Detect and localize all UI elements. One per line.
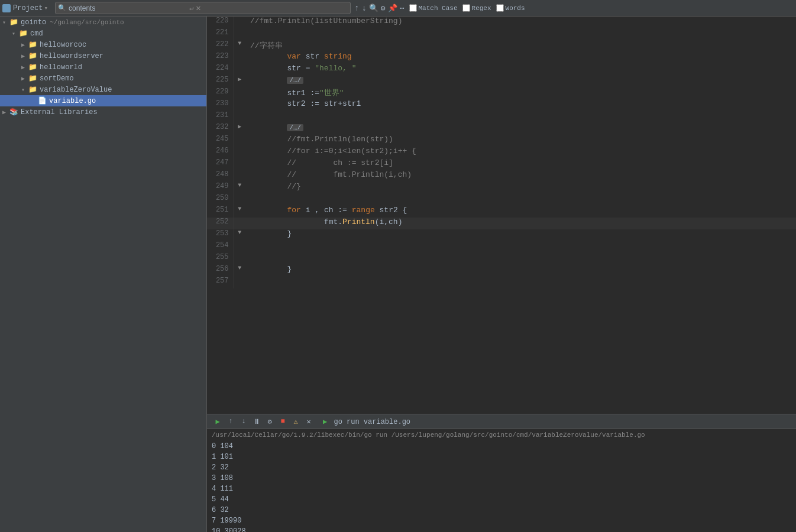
table-row: 220 //fmt.Println(listUtnumberString) <box>207 17 796 28</box>
code-line: //fmt.Println(len(str)) <box>245 135 796 147</box>
output-line: 5 44 <box>212 494 791 505</box>
arrow-icon: ▶ <box>2 109 9 116</box>
gutter <box>234 253 245 265</box>
table-row: 229 str1 :="世界" <box>207 87 796 99</box>
gutter-fold[interactable]: ▼ <box>234 229 245 241</box>
gutter <box>234 28 245 40</box>
run-output[interactable]: /usr/local/Cellar/go/1.9.2/libexec/bin/g… <box>207 429 796 532</box>
main-area: ▾ 📁 gointo ~/golang/src/gointo ▾ 📁 cmd ▶… <box>0 17 796 532</box>
scroll-up-button[interactable]: ↑ <box>225 416 237 427</box>
words-option[interactable]: Words <box>496 4 525 12</box>
line-number: 257 <box>207 277 234 288</box>
sidebar-item-label: helloworcoc <box>40 41 86 49</box>
table-row: 255 <box>207 253 796 265</box>
warning-button[interactable]: ⚠ <box>290 416 302 427</box>
search-nav-icons: ↑ ↓ 🔍 ⚙ 📌 ⋯ <box>354 4 404 13</box>
line-number: 223 <box>207 52 234 64</box>
folder-icon: 📁 <box>28 40 37 49</box>
sidebar-item-gointo[interactable]: ▾ 📁 gointo ~/golang/src/gointo <box>0 17 206 28</box>
code-line <box>245 111 796 123</box>
stop-button[interactable]: ■ <box>277 416 289 427</box>
words-checkbox[interactable] <box>496 4 504 12</box>
code-line: } <box>245 265 796 277</box>
search-enter-icon[interactable]: ↵ <box>189 4 193 12</box>
gutter <box>234 87 245 99</box>
gutter <box>234 64 245 76</box>
regex-label: Regex <box>472 5 491 12</box>
gutter <box>234 277 245 288</box>
sidebar-item-helloworld[interactable]: ▶ 📁 helloworld <box>0 61 206 73</box>
gutter-fold[interactable]: ▶ <box>234 123 245 135</box>
sidebar-item-external-libraries[interactable]: ▶ 📚 External Libraries <box>0 106 206 118</box>
code-line: str1 :="世界" <box>245 87 796 99</box>
regex-option[interactable]: Regex <box>462 4 491 12</box>
next-result-icon[interactable]: ↓ <box>361 4 366 13</box>
code-view[interactable]: 220 //fmt.Println(listUtnumberString) 22… <box>207 17 796 414</box>
search-options: Match Case Regex Words <box>409 4 525 12</box>
gutter-fold[interactable]: ▼ <box>234 206 245 218</box>
sidebar-item-cmd[interactable]: ▾ 📁 cmd <box>0 28 206 39</box>
line-number: 251 <box>207 206 234 218</box>
settings-button[interactable]: ⚙ <box>264 416 276 427</box>
gutter-fold[interactable]: ▼ <box>234 40 245 52</box>
table-row: 257 <box>207 277 796 288</box>
table-row: 247 // ch := str2[i] <box>207 158 796 170</box>
match-case-checkbox[interactable] <box>409 4 417 12</box>
run-button[interactable]: ▶ <box>212 416 224 427</box>
line-number: 255 <box>207 253 234 265</box>
project-dropdown[interactable]: ▾ <box>44 4 48 12</box>
scroll-down-button[interactable]: ↓ <box>238 416 250 427</box>
code-line: fmt.Println(i,ch) <box>245 218 796 229</box>
line-number: 254 <box>207 241 234 253</box>
line-number: 224 <box>207 64 234 76</box>
table-row: 222 ▼ //字符串 <box>207 40 796 52</box>
table-row: 223 var str string <box>207 52 796 64</box>
close-button[interactable]: ✕ <box>303 416 315 427</box>
sidebar-item-label: hellowordserver <box>40 52 103 60</box>
code-line: //fmt.Println(listUtnumberString) <box>245 17 796 28</box>
folder-icon: 📁 <box>28 74 37 83</box>
search-input[interactable] <box>69 4 187 12</box>
pause-button[interactable]: ⏸ <box>251 416 263 427</box>
search-more-icon[interactable]: ⋯ <box>400 4 405 13</box>
line-number: 252 <box>207 218 234 229</box>
line-number: 256 <box>207 265 234 277</box>
sidebar-item-helloworcoc[interactable]: ▶ 📁 helloworcoc <box>0 39 206 50</box>
code-line: /…/ <box>245 76 796 87</box>
sidebar-item-label: gointo <box>21 18 46 27</box>
gutter-fold[interactable]: ▼ <box>234 182 245 194</box>
match-case-option[interactable]: Match Case <box>409 4 458 12</box>
gutter <box>234 194 245 206</box>
search-clear-icon[interactable]: ✕ <box>196 3 200 13</box>
line-number: 248 <box>207 170 234 182</box>
run-tab: ▶ ↑ ↓ ⏸ ⚙ ■ ⚠ ✕ ▶ go run variable.go <box>207 414 796 429</box>
gutter <box>234 52 245 64</box>
table-row: 254 <box>207 241 796 253</box>
gutter <box>234 147 245 158</box>
regex-checkbox[interactable] <box>462 4 470 12</box>
sidebar-item-hellowordserver[interactable]: ▶ 📁 hellowordserver <box>0 50 206 61</box>
gutter-fold[interactable]: ▶ <box>234 76 245 87</box>
output-line: 1 101 <box>212 452 791 462</box>
search-settings-icon[interactable]: ⚙ <box>381 4 386 13</box>
code-line <box>245 28 796 40</box>
sidebar-item-variablezerovalue[interactable]: ▾ 📁 variableZeroValue <box>0 84 206 95</box>
project-icon <box>2 4 11 12</box>
prev-result-icon[interactable]: ↑ <box>354 4 359 13</box>
code-line: //} <box>245 182 796 194</box>
search-pin-icon[interactable]: 📌 <box>388 4 397 13</box>
run-full-command: /usr/local/Cellar/go/1.9.2/libexec/bin/g… <box>212 432 791 439</box>
sidebar-item-sortdemo[interactable]: ▶ 📁 sortDemo <box>0 73 206 84</box>
folder-icon: 📁 <box>28 51 37 60</box>
sidebar-item-variable-go[interactable]: 📄 variable.go <box>0 95 206 106</box>
table-row: 232 ▶ /…/ <box>207 123 796 135</box>
sidebar-item-label: helloworld <box>40 63 82 72</box>
table-row: 231 <box>207 111 796 123</box>
code-line <box>245 241 796 253</box>
search-scope-icon[interactable]: 🔍 <box>369 4 378 13</box>
code-line: //字符串 <box>245 40 796 52</box>
code-line: // ch := str2[i] <box>245 158 796 170</box>
gutter-fold[interactable]: ▼ <box>234 265 245 277</box>
line-number: 250 <box>207 194 234 206</box>
code-line: str = "hello, " <box>245 64 796 76</box>
